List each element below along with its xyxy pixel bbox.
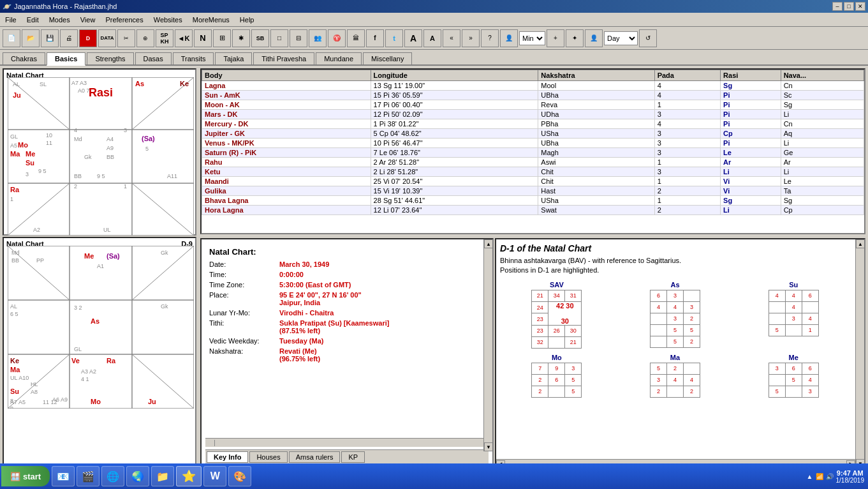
menu-modes[interactable]: Modes (44, 13, 75, 26)
start-button[interactable]: 🪟 start (1, 466, 50, 486)
tb-temple-button[interactable]: 🏛 (347, 29, 365, 47)
tb-plus-button[interactable]: + (547, 29, 564, 47)
tb-square-button[interactable]: □ (270, 29, 288, 47)
tb-print-button[interactable]: 🖨 (60, 29, 78, 47)
taskbar-btn-word[interactable]: W (203, 466, 226, 486)
natal-info-scroll-area[interactable]: Natal Chart: Date: March 30, 1949 Time: … (205, 243, 489, 438)
planet-table-container[interactable]: Body Longitude Nakshatra Pada Rasi Nava.… (200, 68, 865, 234)
cell-longitude: 12 Li 07' 23.64" (371, 206, 538, 215)
tb-grid-button[interactable]: ⊞ (213, 29, 231, 47)
natal-tab-amsa[interactable]: Amsa rulers (289, 451, 341, 463)
tab-transits[interactable]: Transits (173, 52, 214, 64)
col-header-nakshatra: Nakshatra (538, 70, 654, 81)
tb-astro-button[interactable]: ♈ (328, 29, 346, 47)
tb-tw-button[interactable]: t (385, 29, 403, 47)
tb-btn1[interactable]: ✂ (117, 29, 135, 47)
tb-data-button[interactable]: DATA (98, 29, 116, 47)
su-table: 4 4 6 4 3 (769, 290, 819, 336)
table-row[interactable]: Venus - MK/PK10 Pi 56' 46.47"UBha3PiLi (202, 139, 864, 148)
tb-people-button[interactable]: 👥 (309, 29, 327, 47)
svg-text:9 5: 9 5 (38, 168, 47, 174)
tb-star-button[interactable]: ✱ (232, 29, 250, 47)
tb-chart-button[interactable]: D (79, 29, 97, 47)
taskbar-btn-5[interactable]: 📁 (151, 466, 174, 486)
tab-chakras[interactable]: Chakras (3, 52, 45, 64)
tb-person2-button[interactable]: 👤 (585, 29, 603, 47)
tb-A-big-button[interactable]: A (404, 29, 422, 47)
taskbar-btn-4[interactable]: 🌏 (126, 466, 149, 486)
ma-table: 5 2 3 4 4 2 (650, 363, 700, 398)
table-row[interactable]: Ketu2 Li 28' 51.28"Chit3LiLi (202, 167, 864, 177)
table-row[interactable]: Sun - AmK15 Pi 36' 05.59"UBha4PiSc (202, 91, 864, 100)
table-row[interactable]: Mercury - DK1 Pi 38' 01.22"PBha4PiCn (202, 119, 864, 129)
view-select[interactable]: DayWeekMonth (604, 31, 638, 45)
tab-basics[interactable]: Basics (47, 52, 85, 66)
tb-save-button[interactable]: 💾 (41, 29, 59, 47)
table-row[interactable]: Moon - AK17 Pi 06' 00.40"Reva1PiSg (202, 100, 864, 110)
tab-mundane[interactable]: Mundane (316, 52, 362, 64)
tb-fb-button[interactable]: f (366, 29, 384, 47)
menu-websites[interactable]: Websites (149, 13, 188, 26)
table-row[interactable]: Mars - DK12 Pi 50' 02.09"UDha3PiLi (202, 110, 864, 119)
tb-btn2[interactable]: ⊕ (136, 29, 154, 47)
tab-tajaka[interactable]: Tajaka (215, 52, 252, 64)
natal-hscrollbar[interactable] (205, 438, 489, 447)
menu-help[interactable]: Help (235, 13, 260, 26)
menu-moremenus[interactable]: MoreMenus (188, 13, 235, 26)
tb-sp-button[interactable]: SPKH (156, 29, 173, 47)
natal-tab-keyinfo[interactable]: Key Info (207, 451, 248, 463)
tb-n-button[interactable]: N (194, 29, 212, 47)
d1-scrollbar[interactable]: ▲ ▼ (855, 239, 864, 468)
tab-tithi[interactable]: Tithi Pravesha (253, 52, 314, 64)
menu-edit[interactable]: Edit (22, 13, 44, 26)
natal-scrollbar[interactable]: ▲ ▼ (483, 239, 492, 451)
natal-tab-kp[interactable]: KP (341, 451, 365, 463)
taskbar-btn-paint[interactable]: 🎨 (228, 466, 251, 486)
tb-next-button[interactable]: » (462, 29, 480, 47)
minimize-button[interactable]: – (832, 2, 842, 11)
menu-view[interactable]: View (75, 13, 101, 26)
cell-nava: Ge (781, 148, 864, 158)
tb-prev-button[interactable]: « (443, 29, 460, 47)
svg-text:1: 1 (10, 196, 13, 202)
table-row[interactable]: Maandi25 Vi 07' 20.54"Chit1ViLe (202, 177, 864, 186)
svg-text:3: 3 (124, 127, 127, 133)
table-row[interactable]: Gulika15 Vi 19' 10.39"Hast2ViTa (202, 186, 864, 196)
table-row[interactable]: Jupiter - GK5 Cp 04' 48.62"USha3CpAq (202, 129, 864, 139)
menu-file[interactable]: File (0, 13, 22, 26)
natal-tab-houses[interactable]: Houses (249, 451, 287, 463)
tb-table-button[interactable]: ⊟ (290, 29, 307, 47)
svg-text:A6 A9: A6 A9 (52, 396, 68, 403)
taskbar-btn-1[interactable]: 📧 (52, 466, 75, 486)
close-button[interactable]: ✕ (855, 2, 865, 11)
tab-strengths[interactable]: Strengths (87, 52, 133, 64)
tb-k-button[interactable]: ◄K (175, 29, 193, 47)
cell-nava: Li (781, 167, 864, 177)
tb-sb-button[interactable]: SB (251, 29, 269, 47)
titlebar-controls[interactable]: – □ ✕ (832, 2, 865, 11)
tb-A-small-button[interactable]: A (423, 29, 441, 47)
table-row[interactable]: Rahu2 Ar 28' 51.28"Aswi1ArAr (202, 158, 864, 167)
tb-help-button[interactable]: ? (481, 29, 499, 47)
tb-star2-button[interactable]: ✦ (566, 29, 584, 47)
scroll-up-arrow[interactable]: ▲ (484, 239, 493, 248)
tb-person-button[interactable]: 👤 (500, 29, 518, 47)
mode-select[interactable]: MinSec (519, 31, 545, 45)
taskbar-btn-3[interactable]: 🌐 (101, 466, 124, 486)
table-row[interactable]: Lagna13 Sg 11' 19.00"Mool4SgCn (202, 81, 864, 91)
table-row[interactable]: Saturn (R) - PiK7 Le 06' 18.76"Magh3LeGe (202, 148, 864, 158)
taskbar-btn-2[interactable]: 🎬 (77, 466, 99, 486)
d1-scroll-up[interactable]: ▲ (856, 239, 865, 248)
tb-new-button[interactable]: 📄 (3, 29, 20, 47)
menu-preferences[interactable]: Preferences (100, 13, 148, 26)
tab-dasas[interactable]: Dasas (135, 52, 172, 64)
d1-grid-as: As 6 3 4 4 3 (619, 281, 732, 349)
maximize-button[interactable]: □ (844, 2, 854, 11)
tab-miscellany[interactable]: Miscellany (363, 52, 412, 64)
tb-refresh-button[interactable]: ↺ (639, 29, 657, 47)
table-row[interactable]: Bhava Lagna28 Sg 51' 44.61"USha1SgSg (202, 196, 864, 206)
table-row[interactable]: Hora Lagna12 Li 07' 23.64"Swat2LiCp (202, 206, 864, 215)
scroll-down-arrow[interactable]: ▼ (484, 442, 493, 451)
taskbar-app-active[interactable]: ⭐ (176, 466, 202, 486)
tb-open-button[interactable]: 📂 (22, 29, 40, 47)
